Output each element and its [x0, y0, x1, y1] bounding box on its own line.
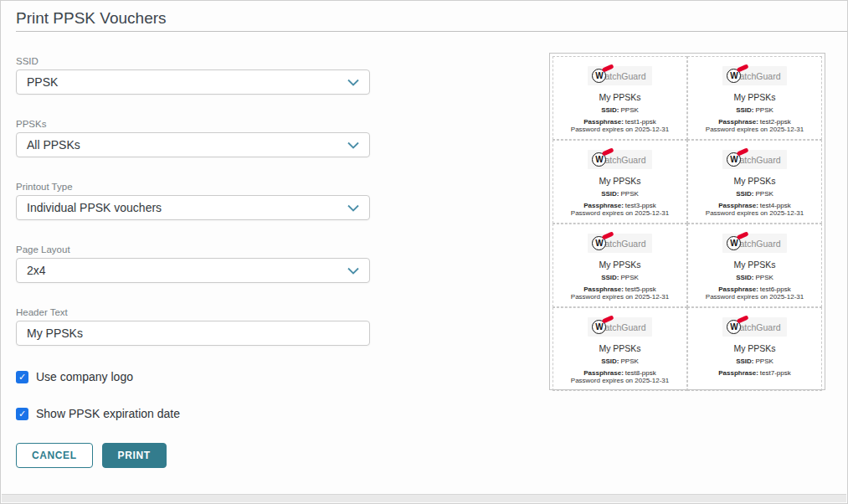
logo-text: atchGuard [604, 239, 645, 249]
chevron-down-icon [347, 141, 359, 149]
chevron-down-icon [347, 204, 359, 212]
voucher-expiry: Password expires on 2025-12-31 [706, 209, 804, 217]
logo-text: atchGuard [604, 71, 645, 81]
voucher-header: My PPSKs [599, 176, 640, 186]
voucher-card: W atchGuard My PPSKs SSID:PPSK Passphras… [687, 56, 822, 140]
use-company-logo-checkbox[interactable] [16, 371, 28, 383]
page-layout-selected-value: 2x4 [27, 264, 46, 277]
header-text-input[interactable] [27, 327, 359, 340]
ppsks-label: PPSKs [16, 119, 370, 129]
watchguard-logo: W atchGuard [588, 317, 651, 337]
voucher-expiry: Password expires on 2025-12-31 [571, 293, 669, 301]
action-buttons: CANCEL PRINT [16, 443, 370, 468]
voucher-preview: W atchGuard My PPSKs SSID:PPSK Passphras… [549, 53, 825, 390]
voucher-form: SSID PPSK PPSKs All PPSKs Printout Type … [16, 56, 370, 468]
watchguard-logo: W atchGuard [722, 317, 786, 337]
watchguard-logo: W atchGuard [588, 234, 651, 253]
voucher-expiry: Password expires on 2025-12-31 [571, 126, 669, 133]
voucher-passphrase: Passphrase:test7-ppsk [718, 369, 791, 377]
printout-type-label: Printout Type [16, 182, 370, 192]
voucher-ssid: SSID:PPSK [601, 106, 639, 114]
voucher-card: W atchGuard My PPSKs SSID:PPSK Passphras… [552, 224, 687, 307]
voucher-ssid: SSID:PPSK [736, 106, 773, 114]
show-expiration-label: Show PPSK expiration date [36, 407, 180, 420]
voucher-ssid: SSID:PPSK [601, 190, 639, 198]
voucher-header: My PPSKs [599, 260, 640, 270]
watchguard-logo: W atchGuard [722, 66, 786, 85]
voucher-card: W atchGuard My PPSKs SSID:PPSK Passphras… [552, 140, 687, 224]
logo-text: atchGuard [604, 322, 645, 332]
voucher-passphrase: Passphrase:test5-ppsk [583, 285, 656, 293]
voucher-passphrase: Passphrase:test4-ppsk [718, 202, 791, 209]
page-layout-label: Page Layout [16, 244, 370, 255]
voucher-header: My PPSKs [733, 176, 775, 186]
cancel-button[interactable]: CANCEL [16, 443, 93, 468]
chevron-down-icon [347, 79, 359, 86]
logo-text: atchGuard [604, 155, 645, 165]
page-title: Print PPSK Vouchers [16, 9, 167, 28]
use-company-logo-label: Use company logo [36, 370, 133, 383]
voucher-card: W atchGuard My PPSKs SSID:PPSK Passphras… [552, 56, 687, 140]
ppsks-select[interactable]: All PPSKs [16, 132, 370, 157]
logo-text: atchGuard [739, 71, 780, 81]
watchguard-logo: W atchGuard [722, 234, 786, 253]
printout-type-selected-value: Individual PPSK vouchers [27, 201, 162, 214]
field-group-page-layout: Page Layout 2x4 [16, 244, 370, 283]
voucher-ssid: SSID:PPSK [601, 357, 639, 365]
voucher-card: W atchGuard My PPSKs SSID:PPSK Passphras… [687, 224, 822, 307]
voucher-passphrase: Passphrase:test3-ppsk [583, 202, 656, 209]
header-text-label: Header Text [16, 307, 370, 317]
voucher-ssid: SSID:PPSK [736, 357, 773, 365]
page-layout-select[interactable]: 2x4 [16, 258, 370, 283]
logo-text: atchGuard [739, 239, 780, 249]
ssid-selected-value: PPSK [27, 75, 58, 89]
voucher-expiry: Password expires on 2025-12-31 [571, 377, 669, 384]
voucher-passphrase: Passphrase:test6-ppsk [718, 285, 791, 293]
field-group-printout-type: Printout Type Individual PPSK vouchers [16, 182, 370, 220]
ssid-select[interactable]: PPSK [16, 69, 370, 95]
logo-text: atchGuard [739, 155, 780, 165]
header-text-box [16, 321, 370, 346]
voucher-header: My PPSKs [733, 343, 775, 353]
voucher-expiry: Password expires on 2025-12-31 [706, 126, 804, 133]
logo-text: atchGuard [739, 322, 780, 332]
voucher-passphrase: Passphrase:test8-ppsk [583, 369, 656, 377]
voucher-expiry: Password expires on 2025-12-31 [571, 209, 669, 217]
voucher-ssid: SSID:PPSK [601, 274, 639, 281]
printout-type-select[interactable]: Individual PPSK vouchers [16, 195, 370, 220]
ssid-label: SSID [16, 56, 370, 66]
use-company-logo-row: Use company logo [16, 370, 370, 383]
dialog-frame: Print PPSK Vouchers SSID PPSK PPSKs All … [0, 0, 848, 504]
watchguard-logo: W atchGuard [588, 66, 651, 85]
title-divider [16, 31, 847, 32]
voucher-passphrase: Passphrase:test2-ppsk [718, 118, 791, 126]
voucher-passphrase: Passphrase:test1-ppsk [583, 118, 656, 126]
field-group-ssid: SSID PPSK [16, 56, 370, 95]
voucher-header: My PPSKs [599, 343, 640, 353]
show-expiration-row: Show PPSK expiration date [16, 407, 370, 420]
voucher-expiry: Password expires on 2025-12-31 [706, 293, 804, 301]
show-expiration-checkbox[interactable] [16, 408, 28, 420]
field-group-header-text: Header Text [16, 307, 370, 346]
voucher-header: My PPSKs [733, 260, 775, 270]
voucher-card: W atchGuard My PPSKs SSID:PPSK Passphras… [687, 140, 822, 224]
watchguard-logo: W atchGuard [588, 150, 651, 169]
field-group-ppsks: PPSKs All PPSKs [16, 119, 370, 157]
voucher-header: My PPSKs [733, 92, 775, 102]
ppsks-selected-value: All PPSKs [27, 138, 80, 152]
voucher-card: W atchGuard My PPSKs SSID:PPSK Passphras… [687, 307, 822, 391]
voucher-header: My PPSKs [599, 92, 640, 102]
voucher-ssid: SSID:PPSK [736, 190, 773, 198]
print-button[interactable]: PRINT [102, 443, 167, 468]
bottom-scrollbar-strip[interactable] [2, 494, 846, 502]
voucher-ssid: SSID:PPSK [736, 274, 773, 281]
voucher-card: W atchGuard My PPSKs SSID:PPSK Passphras… [552, 307, 687, 391]
chevron-down-icon [347, 267, 359, 275]
watchguard-logo: W atchGuard [722, 150, 786, 169]
